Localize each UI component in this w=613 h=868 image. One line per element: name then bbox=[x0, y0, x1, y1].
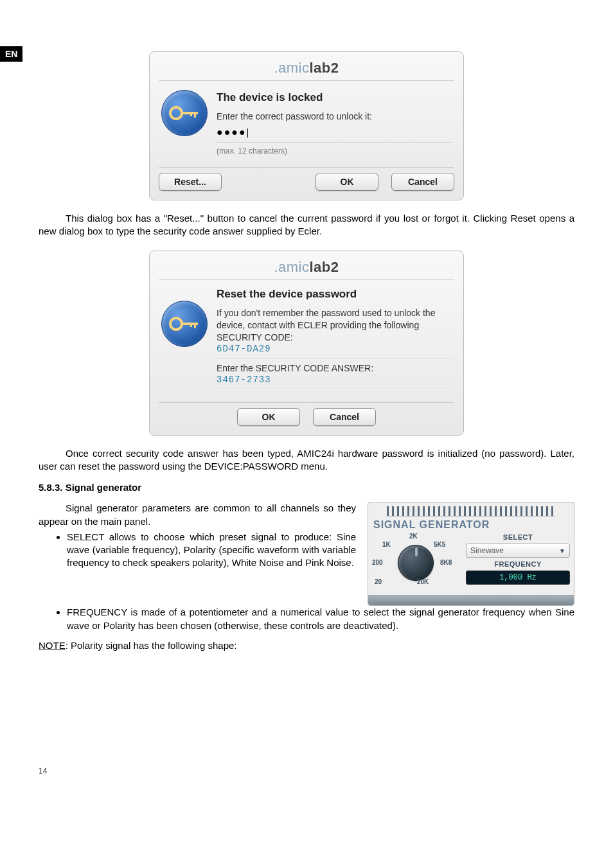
cancel-button[interactable]: Cancel bbox=[313, 408, 376, 426]
paragraph-3: Signal generator parameters are common t… bbox=[39, 502, 356, 528]
note-label: NOTE bbox=[39, 640, 66, 651]
cancel-button[interactable]: Cancel bbox=[391, 173, 454, 191]
dialog1-heading: The device is locked bbox=[217, 91, 452, 104]
bullet-select: SELECT allows to choose which preset sig… bbox=[67, 531, 356, 570]
tick-20k: 20K bbox=[417, 578, 429, 585]
ruler-icon bbox=[387, 506, 555, 517]
svg-point-4 bbox=[170, 318, 182, 330]
security-code: 6D47-DA29 bbox=[217, 344, 452, 354]
chevron-down-icon: ▼ bbox=[559, 547, 565, 554]
note-text: : Polarity signal has the following shap… bbox=[66, 640, 237, 651]
title-bold: 2 bbox=[331, 60, 339, 76]
title2-pre: .amic bbox=[274, 259, 309, 275]
svg-rect-7 bbox=[190, 323, 192, 327]
title-mid: lab bbox=[310, 60, 331, 76]
svg-rect-3 bbox=[190, 112, 192, 116]
max-characters-note: (max. 12 characters) bbox=[217, 146, 452, 155]
tick-8k8: 8K8 bbox=[440, 559, 452, 566]
language-badge: EN bbox=[0, 46, 22, 62]
bullet-frequency: FREQUENCY is made of a potentiometer and… bbox=[67, 606, 574, 632]
select-label: SELECT bbox=[466, 533, 570, 541]
title2-mid: lab bbox=[310, 259, 331, 275]
note-line: NOTE: Polarity signal has the following … bbox=[39, 640, 574, 651]
svg-point-0 bbox=[170, 107, 182, 119]
key-icon bbox=[161, 90, 208, 136]
tick-2k: 2K bbox=[409, 533, 418, 540]
reset-button[interactable]: Reset... bbox=[159, 173, 222, 191]
dialog1-prompt: Enter the correct password to unlock it: bbox=[217, 111, 452, 123]
tick-5k5: 5K5 bbox=[434, 541, 445, 548]
select-value: Sinewave bbox=[470, 546, 504, 555]
frequency-display[interactable]: 1,000 Hz bbox=[466, 571, 570, 585]
svg-rect-2 bbox=[194, 112, 196, 118]
dialog2-text1: If you don't remember the password used … bbox=[217, 307, 452, 344]
svg-rect-6 bbox=[194, 323, 196, 328]
frequency-knob[interactable] bbox=[398, 545, 434, 581]
ok-button[interactable]: OK bbox=[237, 408, 300, 426]
tick-1k: 1K bbox=[382, 541, 391, 548]
paragraph-1: This dialog box has a "Reset..." button … bbox=[39, 212, 574, 238]
unlock-dialog: .amiclab2 The device is locked Enter the… bbox=[149, 51, 464, 200]
ok-button[interactable]: OK bbox=[315, 173, 378, 191]
panel-footer bbox=[368, 595, 574, 605]
section-heading: 5.8.3. Signal generator bbox=[39, 482, 574, 493]
signal-generator-panel: SIGNAL GENERATOR 20 200 1K 2K 5K5 8K8 20… bbox=[368, 502, 574, 606]
key-icon bbox=[161, 301, 208, 347]
tick-20: 20 bbox=[375, 578, 382, 585]
dialog1-title: .amiclab2 bbox=[159, 60, 454, 81]
signal-generator-title: SIGNAL GENERATOR bbox=[373, 519, 570, 531]
dialog2-heading: Reset the device password bbox=[217, 288, 452, 301]
title-pre: .amic bbox=[274, 60, 309, 76]
select-dropdown[interactable]: Sinewave ▼ bbox=[466, 544, 570, 558]
title2-bold: 2 bbox=[331, 259, 339, 275]
dialog2-text2: Enter the SECURITY CODE ANSWER: bbox=[217, 362, 452, 375]
frequency-label: FREQUENCY bbox=[466, 560, 570, 568]
security-code-answer-input[interactable]: 3467-2733 bbox=[217, 375, 452, 385]
dialog2-title: .amiclab2 bbox=[159, 259, 454, 280]
tick-200: 200 bbox=[372, 559, 383, 566]
page-number: 14 bbox=[39, 766, 574, 775]
paragraph-2: Once correct security code answer has be… bbox=[39, 447, 574, 474]
reset-password-dialog: .amiclab2 Reset the device password If y… bbox=[149, 251, 464, 436]
password-input[interactable]: ●●●● bbox=[217, 127, 452, 138]
frequency-knob-area[interactable]: 20 200 1K 2K 5K5 8K8 20K bbox=[372, 533, 462, 592]
